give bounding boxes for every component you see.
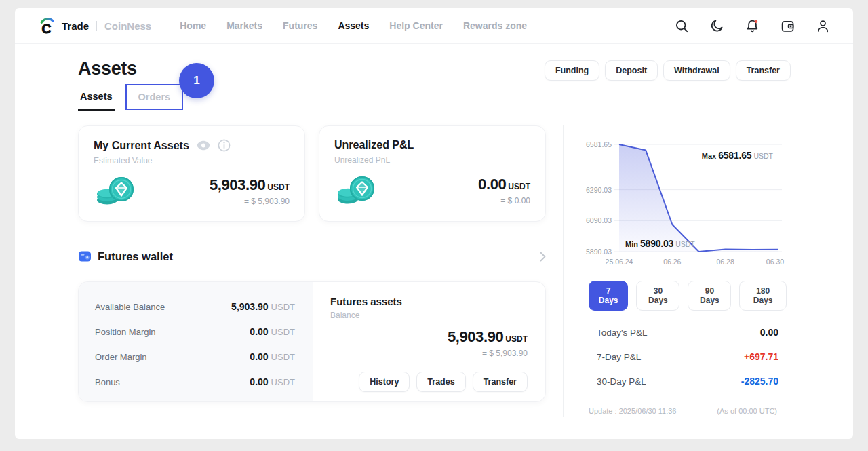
current-assets-fiat: = $ 5,903.90 [210, 197, 290, 206]
usdt-coins-icon [94, 172, 137, 206]
profile-icon[interactable] [815, 18, 830, 33]
chevron-right-icon[interactable] [540, 252, 546, 262]
range-7-days[interactable]: 7 Days [589, 281, 628, 311]
pnl-value: 0.00 [760, 327, 778, 338]
current-assets-title: My Current Assets [94, 140, 189, 152]
pnl-chart: Max 6581.65 USDT Min 5890.03 USDT 6581.6… [568, 134, 787, 273]
table-row: Order Margin 0.00USDT [95, 351, 295, 363]
notifications-bell-icon[interactable] [745, 18, 760, 33]
funding-button[interactable]: Funding [545, 60, 599, 81]
row-value: 0.00USDT [250, 376, 295, 388]
nav-link-assets[interactable]: Assets [338, 20, 369, 31]
current-assets-unit: USDT [267, 182, 290, 192]
assets-tabs: Assets Orders [78, 84, 183, 111]
current-assets-subtitle: Estimated Value [94, 156, 290, 165]
vertical-divider [563, 125, 564, 417]
usdt-coins-icon [334, 172, 378, 205]
table-row: Available Balance 5,903.90USDT [95, 300, 295, 313]
pnl-value: -2825.70 [741, 376, 778, 387]
brand-name: CoinNess [104, 20, 151, 32]
annotation-step-badge: 1 [179, 63, 214, 98]
pnl-value: +697.71 [744, 351, 778, 362]
range-90-days[interactable]: 90 Days [688, 281, 731, 311]
update-timestamp: Update : 2025/06/30 11:36 [589, 407, 676, 415]
nav-link-help-center[interactable]: Help Center [389, 20, 443, 31]
row-label: Available Balance [95, 302, 165, 312]
pnl-label: 7-Day P&L [597, 352, 641, 362]
unrealized-pnl-title: Unrealized P&L [334, 139, 414, 151]
tab-orders-annotated[interactable]: Orders [125, 84, 184, 110]
nav-link-futures[interactable]: Futures [283, 20, 317, 31]
notification-dot [754, 20, 757, 23]
unrealized-pnl-fiat: = $ 0.00 [478, 196, 530, 205]
top-navbar: C Trade CoinNess Home Markets Futures As… [15, 8, 853, 44]
futures-assets-title: Futures assets [330, 296, 528, 307]
futures-wallet-balances: Available Balance 5,903.90USDT Position … [79, 282, 313, 401]
nav-link-rewards-zone[interactable]: Rewards zone [463, 20, 527, 31]
asset-action-buttons: Funding Deposit Withdrawal Transfer [545, 60, 791, 81]
unrealized-pnl-card: Unrealized P&L Unrealized PnL 0.00USDT =… [319, 125, 546, 222]
brand-divider [96, 21, 97, 31]
table-row: Bonus 0.00USDT [95, 376, 295, 388]
range-180-days[interactable]: 180 Days [739, 281, 787, 311]
transfer-futures-button[interactable]: Transfer [473, 372, 528, 392]
unrealized-pnl-value: 0.00 [478, 176, 506, 193]
futures-wallet-title: Futures wallet [98, 250, 173, 263]
current-assets-value: 5,903.90 [210, 176, 265, 193]
unrealized-pnl-unit: USDT [508, 182, 530, 191]
svg-text:C: C [42, 21, 52, 35]
row-label: Position Margin [95, 327, 156, 337]
asof-note: (As of 00:00 UTC) [717, 407, 777, 415]
navbar-icons [674, 18, 830, 33]
chart-max-annotation: Max 6581.65 USDT [702, 150, 773, 161]
nav-link-home[interactable]: Home [180, 20, 206, 31]
trades-button[interactable]: Trades [416, 372, 465, 392]
wallet-icon[interactable] [780, 18, 795, 33]
nav-link-markets[interactable]: Markets [226, 20, 262, 31]
history-button[interactable]: History [359, 372, 410, 392]
futures-assets-value: 5,903.90 [448, 328, 503, 345]
futures-assets-subtitle: Balance [330, 311, 528, 320]
chart-min-annotation: Min 5890.03 USDT [625, 238, 695, 249]
current-assets-card: My Current Assets Estimated Value 5,903.… [78, 125, 305, 222]
product-name: Trade [62, 20, 89, 32]
pnl-label: 30-Day P&L [597, 376, 646, 387]
summary-cards: My Current Assets Estimated Value 5,903.… [78, 125, 546, 222]
hide-balance-eye-icon[interactable] [196, 140, 211, 151]
row-label: Bonus [95, 377, 120, 387]
deposit-button[interactable]: Deposit [605, 60, 658, 81]
search-icon[interactable] [674, 18, 689, 33]
range-30-days[interactable]: 30 Days [636, 281, 679, 311]
pnl-row-today: Today's P&L 0.00 [597, 327, 778, 338]
logo[interactable]: C Trade [38, 17, 89, 35]
table-row: Position Margin 0.00USDT [95, 326, 295, 338]
futures-wallet-header[interactable]: Futures wallet [78, 250, 546, 263]
transfer-button[interactable]: Transfer [736, 60, 791, 81]
futures-assets-box: Futures assets Balance 5,903.90USDT = $ … [313, 282, 545, 401]
row-value: 0.00USDT [250, 326, 295, 338]
pnl-label: Today's P&L [597, 328, 648, 338]
dark-mode-moon-icon[interactable] [709, 18, 724, 33]
main-nav: Home Markets Futures Assets Help Center … [180, 20, 527, 31]
row-value: 0.00USDT [250, 351, 295, 363]
futures-wallet-icon [78, 250, 92, 263]
withdrawal-button[interactable]: Withdrawal [663, 60, 730, 81]
futures-assets-unit: USDT [505, 334, 528, 344]
pnl-panel: Max 6581.65 USDT Min 5890.03 USDT 6581.6… [568, 134, 787, 415]
coinness-logo-icon: C [38, 17, 56, 35]
futures-wallet-card: Available Balance 5,903.90USDT Position … [78, 281, 546, 402]
futures-assets-fiat: = $ 5,903.90 [330, 349, 528, 358]
range-selector: 7 Days 30 Days 90 Days 180 Days [568, 281, 787, 311]
row-value: 5,903.90USDT [231, 300, 295, 313]
page-title: Assets [78, 58, 137, 79]
panel-footer: Update : 2025/06/30 11:36 (As of 00:00 U… [568, 407, 787, 415]
row-label: Order Margin [95, 352, 147, 362]
info-icon[interactable] [218, 139, 231, 152]
pnl-row-7day: 7-Day P&L +697.71 [597, 351, 778, 362]
unrealized-pnl-subtitle: Unrealized PnL [334, 155, 530, 165]
tab-assets[interactable]: Assets [78, 84, 115, 111]
pnl-summary: Today's P&L 0.00 7-Day P&L +697.71 30-Da… [568, 327, 787, 387]
app-window: C Trade CoinNess Home Markets Futures As… [15, 8, 853, 439]
pnl-row-30day: 30-Day P&L -2825.70 [597, 376, 778, 387]
